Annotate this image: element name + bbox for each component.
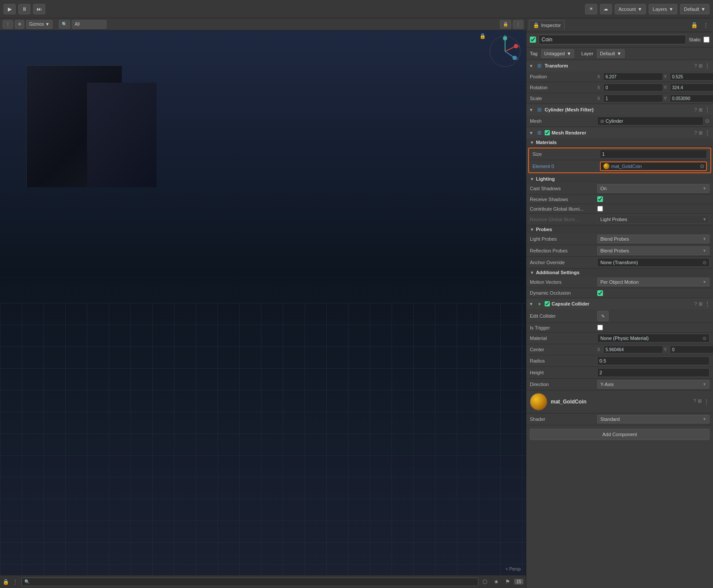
go-name-input[interactable] <box>539 35 686 44</box>
bottom-icon-1[interactable]: ⬡ <box>480 577 490 587</box>
mesh-field[interactable]: ⊞ Cylinder <box>597 117 703 125</box>
material-help-icon[interactable]: ? <box>693 398 696 405</box>
account-dropdown[interactable]: Account ▼ <box>615 4 646 14</box>
scene-options-btn[interactable]: ⋮ <box>513 20 523 29</box>
reflection-probes-dropdown[interactable]: Blend Probes ▼ <box>597 246 710 255</box>
collider-material-select-icon[interactable]: ⊙ <box>703 336 706 341</box>
transform-settings-icon[interactable]: ⊞ <box>699 63 703 69</box>
lock-scene-btn[interactable]: 🔒 <box>500 20 511 29</box>
inspector-tab[interactable]: 🔒 Inspector <box>529 20 565 30</box>
go-active-checkbox[interactable] <box>530 37 536 43</box>
direction-dropdown[interactable]: Y-Axis ▼ <box>597 380 710 389</box>
transform-help-icon[interactable]: ? <box>694 63 697 68</box>
mesh-renderer-settings-icon[interactable]: ⊞ <box>699 130 703 136</box>
element0-field[interactable]: mat_GoldCoin ⊙ <box>600 161 707 171</box>
scale-y-input[interactable] <box>670 94 713 102</box>
contribute-gi-checkbox[interactable] <box>597 206 603 212</box>
shader-dropdown[interactable]: Standard ▼ <box>597 415 710 423</box>
light-probes-dropdown[interactable]: Blend Probes ▼ <box>597 235 710 243</box>
default-dropdown[interactable]: Default ▼ <box>680 4 710 14</box>
bottom-icon-2[interactable]: ★ <box>492 577 501 587</box>
element0-label: Element 0 <box>532 164 600 169</box>
direction-label: Direction <box>530 382 597 387</box>
add-component-button[interactable]: Add Component <box>530 429 710 440</box>
position-x-input[interactable] <box>603 73 663 81</box>
mesh-filter-settings-icon[interactable]: ⊞ <box>699 107 703 113</box>
motion-vectors-value: Per Object Motion <box>600 279 639 285</box>
mesh-renderer-menu-icon[interactable]: ⋮ <box>704 129 710 136</box>
capsule-collider-checkbox[interactable] <box>545 301 550 306</box>
receive-gi-dropdown[interactable]: Light Probes ▼ <box>597 215 710 224</box>
svg-text:Z: Z <box>516 57 519 60</box>
receive-shadows-checkbox[interactable] <box>597 196 603 202</box>
shader-value: Standard <box>600 417 620 422</box>
main-layout: ⋮ ✛ Gizmos ▼ 🔍 All 🔒 ⋮ <box>0 18 713 588</box>
settings-icon-btn[interactable]: ☀ <box>585 4 597 14</box>
rotation-y-input[interactable] <box>670 84 713 91</box>
scene-more-btn[interactable]: ⋮ <box>3 20 13 29</box>
lighting-header: ▼ Lighting <box>526 175 713 183</box>
play-button[interactable]: ▶ <box>3 4 16 14</box>
scene-canvas[interactable]: < Persp Y X <box>0 30 526 575</box>
edit-collider-button[interactable]: ✎ <box>597 311 609 321</box>
mesh-renderer-checkbox[interactable] <box>545 130 550 135</box>
transform-tools-btn[interactable]: ✛ <box>15 20 24 29</box>
inspector-lock-action[interactable]: 🔒 <box>689 21 700 29</box>
center-y-input[interactable] <box>670 346 713 353</box>
cloud-button[interactable]: ☁ <box>600 4 612 14</box>
capsule-collider-header[interactable]: ▼ ● Capsule Collider ? ⊞ ⋮ <box>526 298 713 309</box>
step-button[interactable]: ⏭ <box>33 4 45 14</box>
mesh-select-icon[interactable]: ⊙ <box>705 118 710 124</box>
bottom-search-input[interactable] <box>21 578 479 586</box>
capsule-settings-icon[interactable]: ⊞ <box>699 301 703 307</box>
collider-material-field[interactable]: None (Physic Material) ⊙ <box>597 334 710 343</box>
capsule-collider-body: Edit Collider ✎ Is Trigger Material None… <box>526 309 713 390</box>
rotation-x-input[interactable] <box>603 84 663 91</box>
layers-dropdown[interactable]: Layers ▼ <box>649 4 677 14</box>
dynamic-occlusion-checkbox[interactable] <box>597 290 603 296</box>
layer-dropdown[interactable]: Default ▼ <box>597 49 625 58</box>
material-menu-icon[interactable]: ⋮ <box>703 398 710 405</box>
mesh-filter-header[interactable]: ▼ ⊞ Cylinder (Mesh Filter) ? ⊞ ⋮ <box>526 104 713 115</box>
materials-size-label: Size <box>532 151 600 157</box>
bottom-icon-3[interactable]: ⚑ <box>503 577 512 587</box>
capsule-menu-icon[interactable]: ⋮ <box>704 300 710 307</box>
pause-button[interactable]: ⏸ <box>18 4 30 14</box>
transform-header[interactable]: ▼ ⊞ Transform ? ⊞ ⋮ <box>526 60 713 71</box>
material-settings-icon[interactable]: ⊞ <box>698 398 702 405</box>
mesh-renderer-help-icon[interactable]: ? <box>694 130 697 135</box>
anchor-override-field[interactable]: None (Transform) ⊙ <box>597 258 710 267</box>
tag-dropdown[interactable]: Untagged ▼ <box>541 49 575 58</box>
element0-select-icon[interactable]: ⊙ <box>700 163 704 169</box>
go-tag-layer-row: Tag Untagged ▼ Layer Default ▼ <box>526 47 713 60</box>
transform-menu-icon[interactable]: ⋮ <box>704 62 710 69</box>
anchor-select-icon[interactable]: ⊙ <box>703 260 706 265</box>
gizmos-btn[interactable]: Gizmos ▼ <box>26 20 53 29</box>
top-toolbar: ▶ ⏸ ⏭ ☀ ☁ Account ▼ Layers ▼ Default ▼ <box>0 0 713 18</box>
is-trigger-checkbox[interactable] <box>597 325 603 330</box>
mesh-filter-help-icon[interactable]: ? <box>694 107 697 112</box>
height-value[interactable]: 2 <box>597 368 710 377</box>
transform-component: ▼ ⊞ Transform ? ⊞ ⋮ Position X <box>526 60 713 104</box>
scale-x-input[interactable] <box>603 94 663 102</box>
search-btn[interactable]: 🔍 <box>59 20 70 29</box>
mesh-renderer-title: Mesh Renderer <box>552 130 693 135</box>
cast-shadows-dropdown[interactable]: On ▼ <box>597 184 710 193</box>
inspector-tab-bar: 🔒 Inspector 🔒 ⋮ <box>526 18 713 32</box>
scale-row: Scale X Y Z <box>526 93 713 104</box>
inspector-menu-action[interactable]: ⋮ <box>701 21 710 29</box>
motion-vectors-dropdown[interactable]: Per Object Motion ▼ <box>597 278 710 286</box>
light-probes-value: Blend Probes <box>600 236 629 242</box>
svg-text:X: X <box>518 44 520 48</box>
capsule-help-icon[interactable]: ? <box>694 301 697 306</box>
go-static-checkbox[interactable] <box>703 37 710 43</box>
search-all-btn[interactable]: All <box>72 20 107 29</box>
element0-value: mat_GoldCoin <box>611 164 642 169</box>
height-label: Height <box>530 370 597 375</box>
position-y-input[interactable] <box>670 73 713 81</box>
mesh-renderer-header[interactable]: ▼ ⊞ Mesh Renderer ? ⊞ ⋮ <box>526 127 713 138</box>
mesh-filter-menu-icon[interactable]: ⋮ <box>704 106 710 113</box>
reflection-probes-value: Blend Probes <box>600 248 629 253</box>
center-x-input[interactable] <box>603 346 663 353</box>
radius-value[interactable]: 0.5 <box>597 356 710 365</box>
